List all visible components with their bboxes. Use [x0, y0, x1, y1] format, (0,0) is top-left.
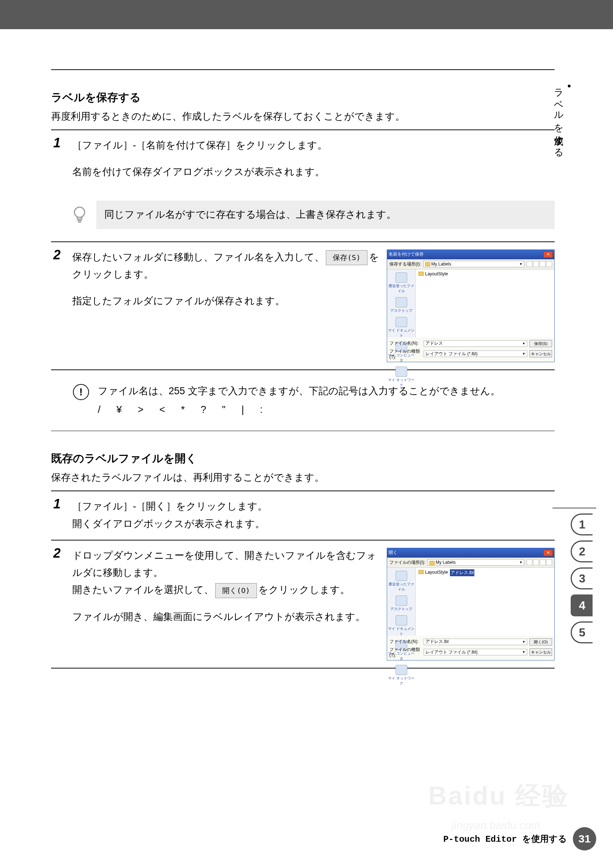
section1-title: ラベルを保存する [51, 90, 555, 105]
step-text: 開きたいファイルを選択して、開く(O)をクリックします。 [72, 581, 383, 598]
chapter-tab-3[interactable]: 3 [571, 567, 593, 589]
svg-point-0 [74, 207, 85, 217]
warning-icon: ! [73, 384, 89, 400]
section2-intro: 保存されたラベルファイルは、再利用することができます。 [51, 470, 555, 485]
step-number: 2 [51, 247, 72, 362]
note-text: 同じファイル名がすでに存在する場合は、上書き保存されます。 [96, 201, 555, 229]
section1-step2: 2 保存したいフォルダに移動し、ファイル名を入力して、保存(S)をクリックします… [51, 242, 555, 369]
step-result: 開くダイアログボックスが表示されます。 [72, 515, 555, 532]
divider [51, 668, 555, 668]
lightbulb-icon [70, 205, 89, 224]
section2-step1: 1 ［ファイル］-［開く］をクリックします。 開くダイアログボックスが表示されま… [51, 491, 555, 540]
step-number: 2 [51, 546, 72, 660]
divider [51, 369, 555, 370]
filename-label: ファイル名(N): [390, 340, 421, 346]
filetype-field: レイアウト ファイル (*.lbl)▼ [424, 649, 527, 656]
open-button-image: 開く(O) [215, 583, 257, 598]
step-text: ドロップダウンメニューを使用して、開きたいファイルを含むフォルダに移動します。 [72, 547, 383, 582]
top-bar [0, 0, 613, 29]
note-box: 同じファイル名がすでに存在する場合は、上書き保存されます。 [70, 197, 555, 232]
location-label: 保存する場所(I): [390, 261, 421, 267]
side-tab: ラベルを作成する [552, 82, 573, 153]
location-label: ファイルの場所(I): [390, 560, 425, 566]
filetype-label: ファイルの種類(T): [390, 646, 421, 658]
step-number: 1 [51, 496, 72, 532]
step-result: ファイルが開き、編集画面にラベルレイアウトが表示されます。 [72, 608, 383, 625]
section2-title: 既存のラベルファイルを開く [51, 451, 555, 466]
filetype-field: レイアウト ファイル (*.lbl)▼ [424, 350, 527, 357]
filename-label: ファイル名(N): [390, 639, 421, 645]
close-icon: ✕ [543, 550, 553, 556]
save-dialog-screenshot: 名前を付けて保存 ✕ 保存する場所(I): My Labels▼ 最近使ったファ… [387, 250, 555, 362]
section1-intro: 再度利用するときのために、作成したラベルを保存しておくことができます。 [51, 108, 555, 124]
location-dropdown: My Labels▼ [423, 261, 525, 267]
footer-text: P-touch Editor を使用する [443, 833, 567, 845]
dialog-open-button: 開く(O) [529, 638, 552, 646]
divider [51, 431, 555, 431]
step-result: 名前を付けて保存ダイアログボックスが表示されます。 [72, 163, 555, 181]
open-dialog-screenshot: 開く ✕ ファイルの場所(I): My Labels▼ 最近使ったファイル デス… [387, 548, 555, 660]
dialog-cancel-button: キャンセル [529, 350, 552, 357]
dialog-cancel-button: キャンセル [529, 648, 552, 656]
filetype-label: ファイルの種類(T): [390, 348, 421, 360]
page-number: 31 [573, 827, 596, 851]
location-dropdown: My Labels▼ [428, 559, 525, 566]
chapter-tab-1[interactable]: 1 [571, 513, 593, 535]
footer: P-touch Editor を使用する 31 [443, 827, 596, 851]
chapter-tabs: 1 2 3 4 5 [571, 508, 596, 648]
chapter-tab-2[interactable]: 2 [571, 541, 593, 563]
dialog-save-button: 保存(S) [529, 340, 552, 347]
filename-field: アドレス.lbl▼ [424, 639, 527, 645]
close-icon: ✕ [543, 251, 553, 258]
step-text: 保存したいフォルダに移動し、ファイル名を入力して、保存(S)をクリックします。 [72, 249, 383, 284]
save-button-image: 保存(S) [326, 250, 368, 265]
section1-step1: 1 ［ファイル］-［名前を付けて保存］をクリックします。 名前を付けて保存ダイア… [51, 130, 555, 188]
step-text: ［ファイル］-［開く］をクリックします。 [72, 498, 555, 515]
chapter-tab-5[interactable]: 5 [571, 622, 593, 643]
warning-box: ! ファイル名は、255 文字まで入力できますが、下記の記号は入力することができ… [73, 383, 555, 418]
step-result: 指定したフォルダにファイルが保存されます。 [72, 293, 383, 310]
warning-symbols: / ¥ > < * ? " | : [98, 401, 500, 418]
dialog-title: 開く [389, 550, 397, 556]
section2-step2: 2 ドロップダウンメニューを使用して、開きたいファイルを含むフォルダに移動します… [51, 541, 555, 668]
step-text: ［ファイル］-［名前を付けて保存］をクリックします。 [72, 137, 555, 154]
warning-text: ファイル名は、255 文字まで入力できますが、下記の記号は入力することができませ… [98, 383, 500, 400]
dialog-title: 名前を付けて保存 [389, 251, 424, 257]
watermark: Baidu 经验 [428, 779, 569, 813]
step-number: 1 [51, 135, 72, 181]
chapter-tab-4[interactable]: 4 [571, 594, 593, 616]
filename-field: アドレス▼ [424, 340, 527, 347]
